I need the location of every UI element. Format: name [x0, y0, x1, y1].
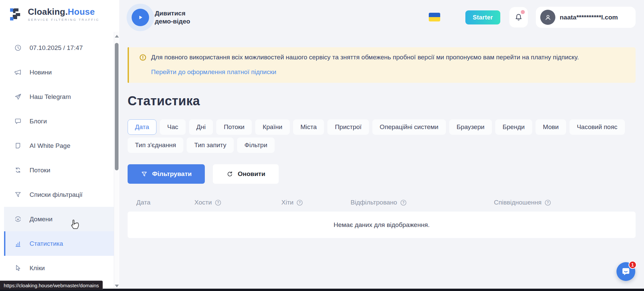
empty-message: Немає даних для відображення.: [334, 221, 430, 229]
stats-tab[interactable]: Тип з'єднання: [128, 137, 183, 153]
chat-bubble-icon: [14, 117, 22, 125]
warning-icon: [139, 54, 147, 61]
plan-starter-button[interactable]: Starter: [465, 10, 500, 24]
sidebar-item-label: Блоги: [30, 118, 47, 125]
table-column-header: Відфільтровано?: [351, 199, 494, 206]
page-icon: [14, 142, 22, 150]
brand-name: Cloaking.House: [28, 7, 99, 16]
filter-button[interactable]: Фільтрувати: [128, 164, 205, 184]
account-email: naata**********l.com: [560, 14, 618, 21]
stats-tab[interactable]: Пристрої: [327, 119, 369, 135]
megaphone-icon: [14, 68, 22, 76]
banner-text: Для повного використання всіх можливосте…: [151, 53, 579, 62]
svg-text:?: ?: [402, 201, 404, 205]
table-column-header: Дата: [136, 199, 194, 206]
brand-logo-icon: [9, 7, 24, 22]
sidebar-item-streams[interactable]: Потоки: [4, 158, 114, 182]
table-column-header: Співвідношення?: [494, 199, 551, 206]
sidebar-item-label: AI White Page: [30, 142, 70, 150]
stats-tab[interactable]: Країни: [255, 119, 290, 135]
svg-text:?: ?: [217, 201, 219, 205]
sidebar-item-ai-white-page[interactable]: AI White Page: [4, 133, 114, 158]
sidebar-item-telegram[interactable]: Наш Telegram: [4, 84, 114, 109]
stats-tab[interactable]: Дні: [189, 119, 213, 135]
paper-plane-icon: [14, 93, 22, 101]
sidebar-item-label: Потоки: [30, 167, 50, 174]
stats-table-header: ДатаХости?Хіти?Відфільтровано?Співвіднош…: [128, 199, 636, 206]
topbar: Дивитися демо-відео Starter naata*******…: [119, 0, 644, 35]
stats-tab[interactable]: Потоки: [216, 119, 252, 135]
avatar: [540, 10, 555, 25]
svg-text:?: ?: [547, 201, 549, 205]
brand-logo[interactable]: Cloaking.House SERVICE FILTERING TRAFFIC: [0, 0, 119, 22]
sidebar-item-clicks[interactable]: Кліки: [4, 256, 114, 280]
help-icon[interactable]: ?: [296, 199, 303, 206]
stats-tab[interactable]: Час: [160, 119, 186, 135]
demo-video-button[interactable]: [127, 4, 154, 31]
sidebar-scrollbar[interactable]: [114, 32, 119, 291]
sidebar-item-datetime: 07.10.2025 / 17:47: [4, 36, 114, 60]
sidebar-item-label: Списки фільтрації: [30, 191, 83, 198]
scroll-up-arrow[interactable]: [114, 35, 119, 38]
help-icon[interactable]: ?: [215, 199, 222, 206]
empty-state: Немає даних для відображення.: [128, 212, 636, 238]
sidebar-item-label: 07.10.2025 / 17:47: [30, 44, 83, 52]
refresh-icon: [226, 171, 233, 178]
sidebar-item-label: Новини: [30, 69, 52, 76]
stats-tab[interactable]: Міста: [293, 119, 324, 135]
svg-text:?: ?: [299, 201, 301, 205]
scrollbar-thumb[interactable]: [115, 43, 119, 170]
language-flag-ukraine[interactable]: [429, 13, 440, 21]
sync-icon: [14, 166, 22, 174]
table-column-header: Хіти?: [281, 199, 351, 206]
globe-w-icon: w: [14, 215, 22, 223]
refresh-button[interactable]: Оновити: [213, 164, 279, 184]
stats-tab[interactable]: Часовий пояс: [569, 119, 625, 135]
clock-icon: [14, 44, 22, 52]
funnel-icon: [141, 171, 148, 178]
stats-tab-row: ДатаЧасДніПотокиКраїниМістаПристроїОпера…: [128, 119, 636, 135]
chat-unread-badge: 1: [629, 261, 637, 269]
stats-tab[interactable]: Дата: [128, 119, 156, 135]
table-column-header: Хости?: [194, 199, 281, 206]
stats-tab[interactable]: Бренди: [495, 119, 532, 135]
sidebar: Cloaking.House SERVICE FILTERING TRAFFIC…: [0, 0, 119, 291]
stats-tab[interactable]: Операційні системи: [372, 119, 446, 135]
sidebar-item-label: Кліки: [30, 265, 45, 272]
notifications-button[interactable]: [509, 7, 528, 27]
help-icon[interactable]: ?: [544, 199, 551, 206]
app-root: Cloaking.House SERVICE FILTERING TRAFFIC…: [0, 0, 644, 291]
notification-dot: [521, 10, 525, 14]
sidebar-item-statistics[interactable]: Статистика: [4, 231, 114, 256]
sidebar-item-label: Статистика: [30, 240, 63, 247]
link-preview-statusbar: https://cloaking.house/webmaster/domains: [0, 281, 103, 290]
sidebar-item-filter-lists[interactable]: Списки фільтрації: [4, 182, 114, 207]
sidebar-nav: 07.10.2025 / 17:47НовиниНаш TelegramБлог…: [0, 36, 114, 280]
help-icon[interactable]: ?: [400, 199, 407, 206]
bell-icon: [514, 13, 523, 22]
chat-widget-button[interactable]: 1: [616, 262, 635, 281]
sidebar-item-domains[interactable]: wДомени: [4, 207, 114, 231]
stats-tab[interactable]: Браузери: [449, 119, 492, 135]
sidebar-item-label: Домени: [30, 216, 52, 223]
play-icon: [132, 9, 149, 26]
page-title: Статистика: [128, 94, 636, 108]
demo-video-label[interactable]: Дивитися демо-відео: [155, 9, 190, 25]
cursor-arrow-icon: [14, 264, 22, 272]
stats-tab-row: Тип з'єднанняТип запитуФільтри: [128, 137, 636, 153]
action-row: Фільтрувати Оновити: [128, 164, 636, 184]
stats-tabs: ДатаЧасДніПотокиКраїниМістаПристроїОпера…: [128, 119, 636, 153]
stats-tab[interactable]: Мови: [536, 119, 566, 135]
sidebar-item-blogs[interactable]: Блоги: [4, 109, 114, 133]
person-icon: [544, 13, 552, 21]
main-content: Для повного використання всіх можливосте…: [119, 35, 644, 291]
stats-tab[interactable]: Фільтри: [237, 137, 275, 153]
sidebar-item-label: Наш Telegram: [30, 93, 71, 101]
brand-tagline: SERVICE FILTERING TRAFFIC: [28, 18, 99, 21]
subscribe-link[interactable]: Перейти до оформлення платної підписки: [151, 68, 276, 76]
funnel-icon: [14, 191, 22, 198]
sidebar-item-news[interactable]: Новини: [4, 60, 114, 84]
account-menu[interactable]: naata**********l.com: [536, 7, 636, 28]
scroll-down-arrow[interactable]: [114, 284, 119, 288]
stats-tab[interactable]: Тип запиту: [187, 137, 234, 153]
